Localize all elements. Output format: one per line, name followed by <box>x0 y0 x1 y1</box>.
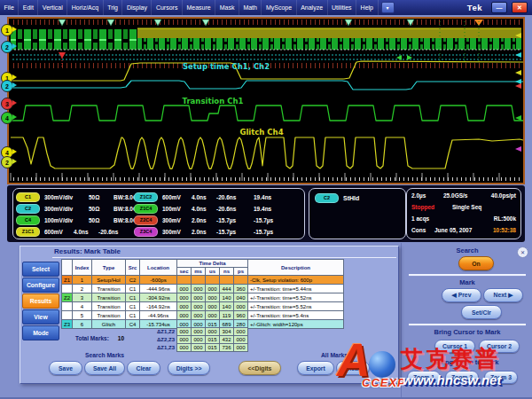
channel-badge[interactable]: Z1C1 <box>16 227 40 237</box>
channel-readouts-box: C1300mV/div50ΩBW:8.0GC2300mV/div50ΩBW:8.… <box>12 188 305 239</box>
mark-row-2[interactable]: 2TransitionC1-444.96ns000000000444360+/-… <box>62 285 344 293</box>
timebase-box: 2.0µs 25.0GS/s 40.0ps/pt Stopped Single … <box>406 188 521 239</box>
menu-myscope[interactable]: MyScope <box>262 0 296 15</box>
menu-measure[interactable]: Measure <box>183 0 215 15</box>
channel-badge[interactable]: C2 <box>315 193 339 203</box>
search-on-button[interactable]: On <box>458 256 494 270</box>
zoom-3-button[interactable]: Zoom 3 <box>484 371 518 384</box>
channel-badge[interactable]: Z3C4 <box>134 227 158 237</box>
channel-badge[interactable]: Z1C2 <box>134 192 158 202</box>
tab-mode[interactable]: Mode <box>22 325 59 340</box>
channel-marker-2[interactable]: 2 <box>1 41 13 53</box>
readout-value: -15.7µs <box>254 217 284 223</box>
next-mark-button[interactable]: Next ▶ <box>483 288 523 302</box>
export-button[interactable]: Export <box>297 361 334 375</box>
menu-display[interactable]: Display <box>122 0 152 15</box>
menu-edit[interactable]: Edit <box>19 0 38 15</box>
channel-badge[interactable]: C4 <box>16 215 40 225</box>
zoom-1-button[interactable]: Zoom 1 <box>407 371 441 384</box>
cursor-2-button[interactable]: Cursor 2 <box>479 340 520 353</box>
digits-forward-button[interactable]: Digits >> <box>168 361 210 375</box>
menu-cursors[interactable]: Cursors <box>152 0 183 15</box>
tab-configure[interactable]: Configure <box>22 278 59 293</box>
mark-row-4[interactable]: 4TransitionC1-164.92ns000000000140000+/-… <box>62 302 344 311</box>
panel-close-icon[interactable]: ✕ <box>517 246 528 258</box>
readout-row: Z3C4300mV2.0ns-15.7µs-15.7µs <box>134 226 284 238</box>
transition-label: Transition Ch1 <box>183 97 244 106</box>
delta-value: 015 <box>205 343 220 352</box>
divider <box>409 324 526 326</box>
tab-results[interactable]: Results <box>22 293 59 309</box>
save-button[interactable]: Save <box>49 361 82 375</box>
readout-value: 300mV <box>162 217 192 223</box>
zoom-2-button[interactable]: Zoom 2 <box>445 371 479 384</box>
readout-value: 19.4ns <box>254 194 284 200</box>
dialog-title: Results: Mark Table <box>54 247 121 255</box>
readout-value: 4.0ns <box>192 206 216 212</box>
channel-marker-3[interactable]: 3 <box>1 98 13 110</box>
clear-search-marks-button[interactable]: Clear <box>127 361 160 375</box>
cursor-1-button[interactable]: Cursor 1 <box>434 340 475 353</box>
waveform-canvas: Setup time Ch1, Ch2 Transition Ch1 Glitc… <box>9 19 523 183</box>
glitch-label: Glitch Ch4 <box>239 128 283 137</box>
menu-more-button[interactable]: ▾ <box>381 2 395 13</box>
menu-horizacq[interactable]: Horiz/Acq <box>67 0 103 15</box>
menu-analyze[interactable]: Analyze <box>297 0 328 15</box>
delta-summary-row: ΔZ1,Z3000000015736000 <box>125 343 247 351</box>
readout-value: 100mV/div <box>44 217 89 223</box>
channel-badge[interactable]: C2 <box>16 204 40 214</box>
readout-column-right: Z1C2600mV4.0ns-20.6ns19.4nsZ1C4100mV4.0n… <box>134 192 284 238</box>
save-all-button[interactable]: Save All <box>84 361 125 375</box>
channel-badge[interactable]: Z2C4 <box>134 215 158 225</box>
mark-row-3[interactable]: Z23TransitionC1-304.92ns000000000140040+… <box>62 293 344 302</box>
title-divider <box>52 257 396 258</box>
mark-label: Mark <box>402 278 532 286</box>
delta-value: 000 <box>191 343 206 352</box>
all-marks-label: All Marks <box>292 352 377 358</box>
readout-value: -20.6ns <box>216 206 254 212</box>
sthld-label: StHld <box>343 195 359 201</box>
menu-vertical[interactable]: Vertical <box>38 0 67 15</box>
readout-row: Z1C2600mV4.0ns-20.6ns19.4ns <box>134 192 284 203</box>
date-label: June 05, 2007 <box>434 227 472 233</box>
close-button[interactable]: ✕ <box>512 2 528 13</box>
channel-marker-4[interactable]: 4 <box>1 112 13 124</box>
acq-mode: Single Seq <box>452 204 481 210</box>
search-marks-label: Search Marks <box>47 352 162 358</box>
record-length: RL:500k <box>494 215 516 222</box>
minimize-button[interactable]: — <box>491 2 507 13</box>
oscilloscope-app: FileEditVerticalHoriz/AcqTrigDisplayCurs… <box>0 0 532 399</box>
readout-strip: C1300mV/div50ΩBW:8.0GC2300mV/div50ΩBW:8.… <box>7 185 525 242</box>
readout-value: 600mV <box>44 229 74 235</box>
set-clear-mark-button[interactable]: Set/Clr <box>461 305 502 319</box>
menu-mask[interactable]: Mask <box>215 0 239 15</box>
readout-value: 19.4ns <box>254 206 284 212</box>
mark-row-5[interactable]: 5TransitionC1-44.96ns000000000119960+/-T… <box>62 311 344 320</box>
channel-badge[interactable]: C1 <box>16 192 40 202</box>
delta-label: ΔZ1,Z3 <box>125 345 176 350</box>
channel-marker-2[interactable]: 2 <box>1 80 13 92</box>
channel-marker-2[interactable]: 2 <box>1 156 13 168</box>
menu-utilities[interactable]: Utilities <box>328 0 357 15</box>
delta-value: 000 <box>176 343 192 352</box>
menu-help[interactable]: Help <box>356 0 378 15</box>
tab-view[interactable]: View <box>22 309 59 325</box>
tab-select[interactable]: Select <box>22 262 59 277</box>
divider <box>409 274 526 277</box>
tek-logo: Tek <box>467 3 491 12</box>
prev-mark-button[interactable]: ◀ Prev <box>442 288 481 302</box>
readout-value: -15.7µs <box>254 229 284 235</box>
waveform-display: Setup time Ch1, Ch2 Transition Ch1 Glitc… <box>7 17 525 184</box>
menu-math[interactable]: Math <box>239 0 262 15</box>
readout-value: 300mV <box>162 229 192 235</box>
clear-all-marks-button[interactable]: Clear <box>336 361 370 375</box>
channel-badge[interactable]: Z1C4 <box>134 204 158 214</box>
digits-back-button[interactable]: <<Digits <box>239 361 281 375</box>
readout-value: 600mV <box>162 194 192 200</box>
mark-row-1[interactable]: Z11Setup/HolC2-600ps-Clk, Setup violatio… <box>62 276 344 285</box>
acq-status: Stopped <box>411 204 452 210</box>
menu-file[interactable]: File <box>0 0 19 15</box>
menu-trig[interactable]: Trig <box>104 0 123 15</box>
readout-value: 50Ω <box>89 206 113 212</box>
channel-marker-1[interactable]: 1 <box>1 24 13 36</box>
